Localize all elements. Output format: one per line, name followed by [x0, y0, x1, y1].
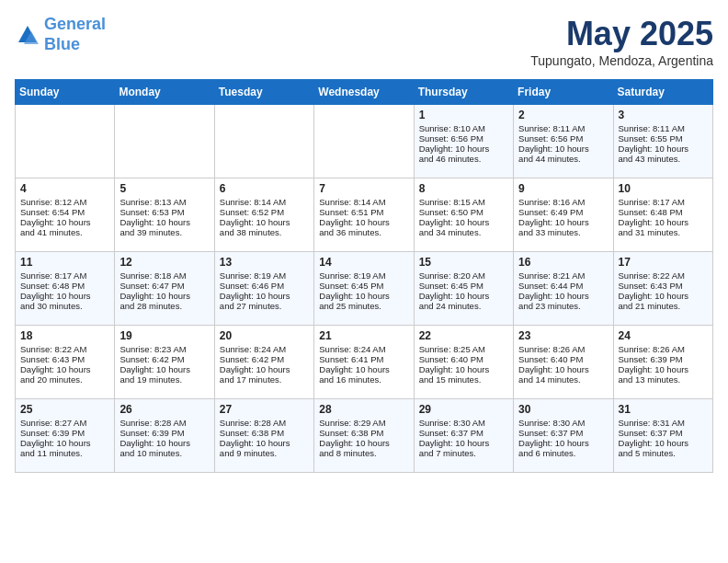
day-info-line: Sunset: 6:40 PM [419, 354, 508, 364]
day-cell [16, 105, 115, 178]
day-number: 4 [20, 182, 109, 195]
day-info-line: Daylight: 10 hours [319, 217, 408, 227]
day-info-line: Daylight: 10 hours [220, 291, 309, 301]
day-info-line: Sunset: 6:42 PM [119, 354, 209, 364]
day-info-line: Sunrise: 8:31 AM [619, 418, 708, 428]
day-info-line: Sunrise: 8:26 AM [619, 344, 708, 354]
calendar-table: SundayMondayTuesdayWednesdayThursdayFrid… [15, 79, 713, 473]
day-info-line: Sunrise: 8:19 AM [319, 270, 408, 281]
day-number: 28 [319, 403, 408, 416]
day-info-line: and 11 minutes. [20, 448, 109, 458]
day-number: 30 [518, 403, 608, 416]
day-cell: 9Sunrise: 8:16 AMSunset: 6:49 PMDaylight… [514, 178, 613, 252]
weekday-header-row: SundayMondayTuesdayWednesdayThursdayFrid… [16, 80, 713, 105]
day-info-line: Sunrise: 8:24 AM [319, 344, 408, 354]
day-cell: 11Sunrise: 8:17 AMSunset: 6:48 PMDayligh… [16, 252, 115, 326]
day-info-line: Sunrise: 8:11 AM [518, 123, 608, 133]
day-number: 10 [619, 182, 708, 195]
day-number: 3 [619, 109, 708, 121]
day-info-line: and 25 minutes. [319, 301, 408, 311]
day-number: 9 [518, 182, 608, 195]
day-info-line: Sunset: 6:41 PM [319, 354, 408, 364]
day-info-line: Sunset: 6:43 PM [619, 281, 708, 291]
day-info-line: Daylight: 10 hours [518, 438, 608, 448]
day-number: 13 [220, 256, 309, 269]
day-cell: 20Sunrise: 8:24 AMSunset: 6:42 PMDayligh… [214, 326, 313, 399]
day-number: 29 [419, 403, 508, 416]
day-number: 5 [119, 182, 209, 195]
weekday-header-friday: Friday [514, 80, 613, 105]
day-number: 23 [518, 329, 608, 342]
day-info-line: Sunrise: 8:17 AM [20, 270, 109, 281]
day-number: 22 [419, 329, 508, 342]
day-number: 31 [619, 403, 708, 416]
day-info-line: Sunset: 6:45 PM [319, 281, 408, 291]
day-number: 18 [20, 329, 109, 342]
day-cell: 3Sunrise: 8:11 AMSunset: 6:55 PMDaylight… [613, 105, 712, 178]
day-info-line: Daylight: 10 hours [119, 438, 209, 448]
day-info-line: Daylight: 10 hours [619, 291, 708, 301]
day-info-line: Sunrise: 8:18 AM [119, 270, 209, 281]
day-info-line: Sunrise: 8:30 AM [518, 418, 608, 428]
day-info-line: Daylight: 10 hours [419, 144, 508, 154]
day-info-line: Sunrise: 8:25 AM [419, 344, 508, 354]
day-info-line: Daylight: 10 hours [119, 217, 209, 227]
day-cell: 17Sunrise: 8:22 AMSunset: 6:43 PMDayligh… [613, 252, 712, 326]
day-number: 26 [119, 403, 209, 416]
day-cell: 22Sunrise: 8:25 AMSunset: 6:40 PMDayligh… [414, 326, 513, 399]
day-info-line: Daylight: 10 hours [319, 364, 408, 374]
day-cell: 4Sunrise: 8:12 AMSunset: 6:54 PMDaylight… [16, 178, 115, 252]
day-info-line: Sunrise: 8:17 AM [619, 197, 708, 207]
day-info-line: Sunset: 6:53 PM [119, 207, 209, 217]
day-info-line: Daylight: 10 hours [419, 217, 508, 227]
day-info-line: and 7 minutes. [419, 448, 508, 458]
day-info-line: Daylight: 10 hours [518, 291, 608, 301]
day-cell: 21Sunrise: 8:24 AMSunset: 6:41 PMDayligh… [314, 326, 414, 399]
day-cell: 19Sunrise: 8:23 AMSunset: 6:42 PMDayligh… [115, 326, 214, 399]
day-info-line: Sunset: 6:39 PM [20, 428, 109, 438]
day-info-line: Sunrise: 8:15 AM [419, 197, 508, 207]
title-block: May 2025 Tupungato, Mendoza, Argentina [530, 15, 713, 68]
day-info-line: and 6 minutes. [518, 448, 608, 458]
day-cell: 29Sunrise: 8:30 AMSunset: 6:37 PMDayligh… [414, 399, 513, 473]
day-number: 15 [419, 256, 508, 269]
day-info-line: Daylight: 10 hours [119, 364, 209, 374]
day-info-line: Sunrise: 8:28 AM [119, 418, 209, 428]
weekday-header-tuesday: Tuesday [214, 80, 313, 105]
day-info-line: and 8 minutes. [319, 448, 408, 458]
day-info-line: and 33 minutes. [518, 227, 608, 237]
day-info-line: Sunrise: 8:23 AM [119, 344, 209, 354]
weekday-header-thursday: Thursday [414, 80, 513, 105]
day-cell: 28Sunrise: 8:29 AMSunset: 6:38 PMDayligh… [314, 399, 414, 473]
day-info-line: Sunrise: 8:12 AM [20, 197, 109, 207]
day-info-line: Sunrise: 8:11 AM [619, 123, 708, 133]
day-cell: 25Sunrise: 8:27 AMSunset: 6:39 PMDayligh… [16, 399, 115, 473]
day-info-line: and 36 minutes. [319, 227, 408, 237]
day-cell: 27Sunrise: 8:28 AMSunset: 6:38 PMDayligh… [214, 399, 313, 473]
day-cell: 16Sunrise: 8:21 AMSunset: 6:44 PMDayligh… [514, 252, 613, 326]
day-info-line: Sunset: 6:38 PM [220, 428, 309, 438]
day-info-line: Sunset: 6:48 PM [619, 207, 708, 217]
weekday-header-saturday: Saturday [613, 80, 712, 105]
day-info-line: Sunset: 6:51 PM [319, 207, 408, 217]
day-cell: 6Sunrise: 8:14 AMSunset: 6:52 PMDaylight… [214, 178, 313, 252]
day-info-line: Sunset: 6:42 PM [220, 354, 309, 364]
day-info-line: and 46 minutes. [419, 154, 508, 164]
day-info-line: Daylight: 10 hours [619, 438, 708, 448]
day-info-line: Sunrise: 8:26 AM [518, 344, 608, 354]
day-info-line: Daylight: 10 hours [419, 291, 508, 301]
day-info-line: Sunset: 6:52 PM [220, 207, 309, 217]
day-cell: 31Sunrise: 8:31 AMSunset: 6:37 PMDayligh… [613, 399, 712, 473]
day-info-line: Daylight: 10 hours [518, 364, 608, 374]
day-info-line: Sunset: 6:56 PM [419, 133, 508, 144]
day-cell: 24Sunrise: 8:26 AMSunset: 6:39 PMDayligh… [613, 326, 712, 399]
day-info-line: Sunset: 6:49 PM [518, 207, 608, 217]
day-cell [314, 105, 414, 178]
week-row-2: 4Sunrise: 8:12 AMSunset: 6:54 PMDaylight… [16, 178, 713, 252]
day-info-line: Sunset: 6:55 PM [619, 133, 708, 144]
day-number: 16 [518, 256, 608, 269]
day-info-line: and 17 minutes. [220, 374, 309, 385]
day-info-line: and 38 minutes. [220, 227, 309, 237]
day-info-line: and 5 minutes. [619, 448, 708, 458]
day-cell: 7Sunrise: 8:14 AMSunset: 6:51 PMDaylight… [314, 178, 414, 252]
